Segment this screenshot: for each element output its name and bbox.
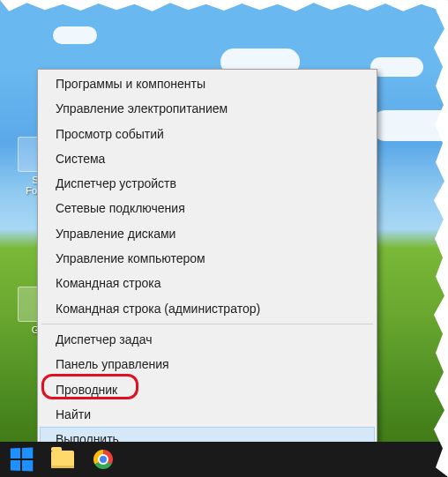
- chrome-icon: [93, 450, 113, 469]
- menu-device-manager[interactable]: Диспетчер устройств: [40, 171, 375, 196]
- folder-icon: [51, 451, 74, 468]
- desktop: S Fold G Программы и компонентыУправлени…: [0, 0, 448, 477]
- menu-task-manager[interactable]: Диспетчер задач: [40, 327, 375, 352]
- menu-computer-management[interactable]: Управление компьютером: [40, 246, 375, 271]
- cloud-decoration: [53, 26, 97, 44]
- menu-command-prompt-admin[interactable]: Командная строка (администратор): [40, 296, 375, 321]
- menu-event-viewer[interactable]: Просмотр событий: [40, 122, 375, 146]
- menu-search[interactable]: Найти: [40, 402, 375, 427]
- cloud-decoration: [370, 57, 423, 77]
- menu-command-prompt[interactable]: Командная строка: [40, 271, 375, 295]
- torn-edge-decoration: [0, 0, 448, 14]
- winx-context-menu: Программы и компонентыУправление электро…: [37, 69, 377, 477]
- menu-system[interactable]: Система: [40, 146, 375, 171]
- menu-power-options[interactable]: Управление электропитанием: [40, 96, 375, 121]
- menu-file-explorer[interactable]: Проводник: [40, 377, 375, 402]
- menu-control-panel[interactable]: Панель управления: [40, 352, 375, 376]
- menu-network-connections[interactable]: Сетевые подключения: [40, 196, 375, 220]
- windows-logo-icon: [11, 447, 33, 471]
- start-button[interactable]: [2, 443, 41, 475]
- torn-edge-decoration: [430, 0, 448, 477]
- menu-disk-management[interactable]: Управление дисками: [40, 221, 375, 246]
- menu-separator: [41, 324, 373, 324]
- menu-programs-and-features[interactable]: Программы и компоненты: [40, 71, 375, 96]
- taskbar-file-explorer[interactable]: [44, 445, 81, 473]
- taskbar-chrome[interactable]: [85, 445, 122, 473]
- taskbar: [0, 442, 448, 477]
